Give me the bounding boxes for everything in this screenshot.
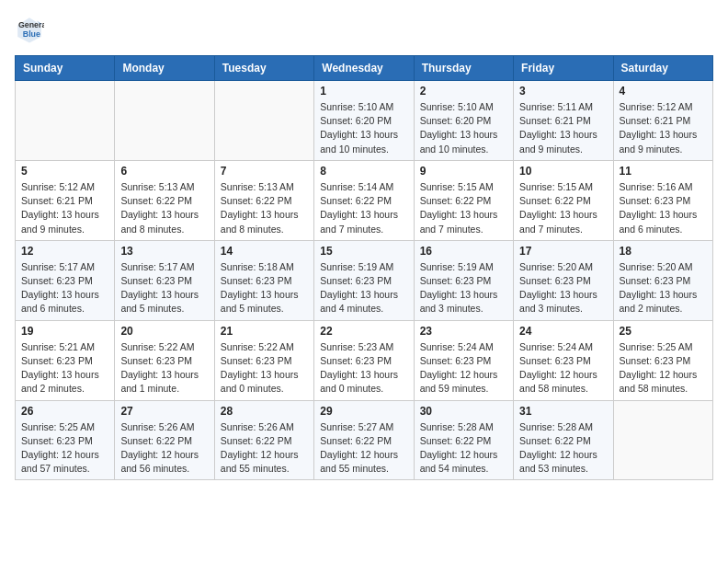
weekday-header-friday: Friday	[514, 56, 613, 81]
day-number: 4	[620, 85, 707, 98]
calendar-cell: 9Sunrise: 5:15 AMSunset: 6:22 PMDaylight…	[414, 160, 513, 240]
logo: General Blue	[15, 15, 48, 44]
calendar-cell: 11Sunrise: 5:16 AMSunset: 6:23 PMDayligh…	[613, 160, 712, 240]
day-info: Sunrise: 5:28 AMSunset: 6:22 PMDaylight:…	[420, 420, 507, 477]
day-info: Sunrise: 5:21 AMSunset: 6:23 PMDaylight:…	[21, 340, 108, 396]
calendar-cell	[214, 81, 313, 161]
calendar-cell: 23Sunrise: 5:24 AMSunset: 6:23 PMDayligh…	[414, 320, 513, 400]
calendar-week-5: 26Sunrise: 5:25 AMSunset: 6:23 PMDayligh…	[16, 400, 713, 480]
day-number: 25	[620, 325, 707, 338]
day-number: 20	[120, 325, 208, 338]
calendar-cell: 17Sunrise: 5:20 AMSunset: 6:23 PMDayligh…	[514, 240, 613, 320]
calendar-cell: 25Sunrise: 5:25 AMSunset: 6:23 PMDayligh…	[613, 320, 712, 400]
day-number: 7	[221, 165, 308, 178]
day-number: 12	[21, 245, 108, 258]
calendar-week-4: 19Sunrise: 5:21 AMSunset: 6:23 PMDayligh…	[16, 320, 713, 400]
day-info: Sunrise: 5:16 AMSunset: 6:23 PMDaylight:…	[620, 180, 707, 236]
day-number: 22	[320, 325, 407, 338]
day-number: 14	[221, 245, 308, 258]
calendar-cell: 20Sunrise: 5:22 AMSunset: 6:23 PMDayligh…	[115, 320, 214, 400]
calendar-week-2: 5Sunrise: 5:12 AMSunset: 6:21 PMDaylight…	[16, 160, 713, 240]
weekday-header-wednesday: Wednesday	[314, 56, 414, 81]
day-number: 16	[420, 245, 507, 258]
day-number: 24	[519, 325, 607, 338]
day-info: Sunrise: 5:25 AMSunset: 6:23 PMDaylight:…	[21, 420, 108, 477]
day-number: 9	[420, 165, 507, 178]
calendar-cell: 1Sunrise: 5:10 AMSunset: 6:20 PMDaylight…	[314, 81, 414, 161]
weekday-header-sunday: Sunday	[16, 56, 115, 81]
day-info: Sunrise: 5:13 AMSunset: 6:22 PMDaylight:…	[221, 180, 308, 236]
day-number: 19	[21, 325, 108, 338]
weekday-header-tuesday: Tuesday	[214, 56, 313, 81]
day-info: Sunrise: 5:19 AMSunset: 6:23 PMDaylight:…	[420, 260, 507, 316]
day-number: 18	[620, 245, 707, 258]
day-info: Sunrise: 5:15 AMSunset: 6:22 PMDaylight:…	[420, 180, 507, 236]
calendar-week-1: 1Sunrise: 5:10 AMSunset: 6:20 PMDaylight…	[16, 81, 713, 161]
calendar-cell: 22Sunrise: 5:23 AMSunset: 6:23 PMDayligh…	[314, 320, 414, 400]
calendar-cell	[16, 81, 115, 161]
day-info: Sunrise: 5:25 AMSunset: 6:23 PMDaylight:…	[620, 340, 707, 396]
day-info: Sunrise: 5:23 AMSunset: 6:23 PMDaylight:…	[320, 340, 407, 396]
svg-text:Blue: Blue	[23, 29, 40, 39]
calendar-cell: 29Sunrise: 5:27 AMSunset: 6:22 PMDayligh…	[314, 400, 414, 480]
day-info: Sunrise: 5:22 AMSunset: 6:23 PMDaylight:…	[120, 340, 208, 396]
day-info: Sunrise: 5:19 AMSunset: 6:23 PMDaylight:…	[320, 260, 407, 316]
day-info: Sunrise: 5:13 AMSunset: 6:22 PMDaylight:…	[120, 180, 208, 236]
day-info: Sunrise: 5:11 AMSunset: 6:21 PMDaylight:…	[519, 100, 607, 156]
calendar-cell: 24Sunrise: 5:24 AMSunset: 6:23 PMDayligh…	[514, 320, 613, 400]
day-info: Sunrise: 5:26 AMSunset: 6:22 PMDaylight:…	[221, 420, 308, 477]
day-info: Sunrise: 5:20 AMSunset: 6:23 PMDaylight:…	[519, 260, 607, 316]
day-number: 27	[120, 405, 208, 418]
calendar-cell: 3Sunrise: 5:11 AMSunset: 6:21 PMDaylight…	[514, 81, 613, 161]
day-info: Sunrise: 5:18 AMSunset: 6:23 PMDaylight:…	[221, 260, 308, 316]
day-number: 3	[519, 85, 607, 98]
calendar-cell: 13Sunrise: 5:17 AMSunset: 6:23 PMDayligh…	[115, 240, 214, 320]
calendar-cell: 8Sunrise: 5:14 AMSunset: 6:22 PMDaylight…	[314, 160, 414, 240]
day-number: 23	[420, 325, 507, 338]
day-info: Sunrise: 5:28 AMSunset: 6:22 PMDaylight:…	[519, 420, 607, 477]
weekday-header-saturday: Saturday	[613, 56, 712, 81]
calendar-cell: 14Sunrise: 5:18 AMSunset: 6:23 PMDayligh…	[214, 240, 313, 320]
day-info: Sunrise: 5:20 AMSunset: 6:23 PMDaylight:…	[620, 260, 707, 316]
day-number: 29	[320, 405, 407, 418]
day-number: 11	[620, 165, 707, 178]
day-info: Sunrise: 5:17 AMSunset: 6:23 PMDaylight:…	[21, 260, 108, 316]
day-info: Sunrise: 5:24 AMSunset: 6:23 PMDaylight:…	[519, 340, 607, 396]
day-number: 30	[420, 405, 507, 418]
day-info: Sunrise: 5:12 AMSunset: 6:21 PMDaylight:…	[21, 180, 108, 236]
day-number: 26	[21, 405, 108, 418]
calendar-cell: 2Sunrise: 5:10 AMSunset: 6:20 PMDaylight…	[414, 81, 513, 161]
day-number: 8	[320, 165, 407, 178]
day-info: Sunrise: 5:10 AMSunset: 6:20 PMDaylight:…	[320, 100, 407, 156]
day-number: 13	[120, 245, 208, 258]
day-info: Sunrise: 5:17 AMSunset: 6:23 PMDaylight:…	[120, 260, 208, 316]
day-number: 5	[21, 165, 108, 178]
calendar-cell: 28Sunrise: 5:26 AMSunset: 6:22 PMDayligh…	[214, 400, 313, 480]
calendar-cell: 26Sunrise: 5:25 AMSunset: 6:23 PMDayligh…	[16, 400, 115, 480]
calendar-cell: 31Sunrise: 5:28 AMSunset: 6:22 PMDayligh…	[514, 400, 613, 480]
calendar-cell: 19Sunrise: 5:21 AMSunset: 6:23 PMDayligh…	[16, 320, 115, 400]
day-number: 21	[221, 325, 308, 338]
calendar-cell	[115, 81, 214, 161]
calendar-cell	[613, 400, 712, 480]
day-number: 2	[420, 85, 507, 98]
day-number: 28	[221, 405, 308, 418]
weekday-header-thursday: Thursday	[414, 56, 513, 81]
calendar-cell: 7Sunrise: 5:13 AMSunset: 6:22 PMDaylight…	[214, 160, 313, 240]
calendar-cell: 5Sunrise: 5:12 AMSunset: 6:21 PMDaylight…	[16, 160, 115, 240]
day-info: Sunrise: 5:12 AMSunset: 6:21 PMDaylight:…	[620, 100, 707, 156]
day-info: Sunrise: 5:10 AMSunset: 6:20 PMDaylight:…	[420, 100, 507, 156]
day-info: Sunrise: 5:24 AMSunset: 6:23 PMDaylight:…	[420, 340, 507, 396]
day-info: Sunrise: 5:26 AMSunset: 6:22 PMDaylight:…	[120, 420, 208, 477]
calendar-cell: 10Sunrise: 5:15 AMSunset: 6:22 PMDayligh…	[514, 160, 613, 240]
day-number: 17	[519, 245, 607, 258]
day-info: Sunrise: 5:15 AMSunset: 6:22 PMDaylight:…	[519, 180, 607, 236]
calendar-cell: 21Sunrise: 5:22 AMSunset: 6:23 PMDayligh…	[214, 320, 313, 400]
calendar-table: SundayMondayTuesdayWednesdayThursdayFrid…	[15, 55, 713, 480]
day-number: 15	[320, 245, 407, 258]
day-number: 31	[519, 405, 607, 418]
day-info: Sunrise: 5:27 AMSunset: 6:22 PMDaylight:…	[320, 420, 407, 477]
calendar-cell: 12Sunrise: 5:17 AMSunset: 6:23 PMDayligh…	[16, 240, 115, 320]
calendar-cell: 6Sunrise: 5:13 AMSunset: 6:22 PMDaylight…	[115, 160, 214, 240]
day-number: 10	[519, 165, 607, 178]
